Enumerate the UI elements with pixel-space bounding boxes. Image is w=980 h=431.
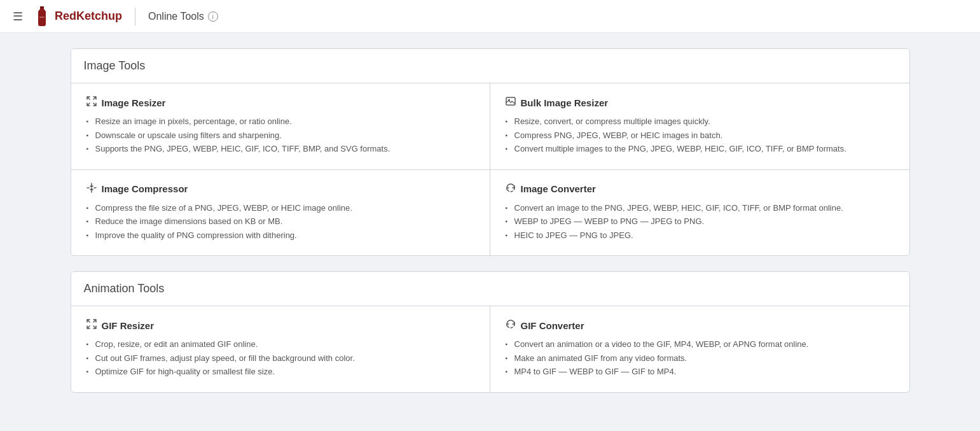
logo-link[interactable]: RedKetchup	[33, 5, 122, 28]
list-item: Resize an image in pixels, percentage, o…	[86, 115, 474, 128]
header: ☰ RedKetchup Online Tools i	[0, 0, 980, 33]
list-item: Downscale or upscale using filters and s…	[86, 129, 474, 142]
section-title-image-tools: Image Tools	[71, 49, 909, 83]
list-item: MP4 to GIF — WEBP to GIF — GIF to MP4.	[506, 365, 894, 378]
tool-name-gif-converter: GIF Converter	[521, 320, 584, 331]
list-item: Optimize GIF for high-quality or smalles…	[86, 365, 474, 378]
tool-bullets-image-converter: Convert an image to the PNG, JPEG, WEBP,…	[506, 202, 894, 242]
tool-bulk-image-resizer[interactable]: Bulk Image ResizerResize, convert, or co…	[490, 83, 909, 170]
section-title-animation-tools: Animation Tools	[71, 272, 909, 306]
tool-name-image-converter: Image Converter	[521, 183, 596, 194]
tool-bullets-gif-resizer: Crop, resize, or edit an animated GIF on…	[86, 338, 474, 378]
tool-bullets-image-compressor: Compress the file size of a PNG, JPEG, W…	[86, 202, 474, 242]
tool-title-gif-converter: GIF Converter	[506, 319, 894, 332]
list-item: Convert an image to the PNG, JPEG, WEBP,…	[506, 202, 894, 215]
tool-image-resizer[interactable]: Image ResizerResize an image in pixels, …	[71, 83, 490, 170]
list-item: Reduce the image dimensions based on KB …	[86, 215, 474, 228]
info-icon[interactable]: i	[208, 11, 218, 22]
main-content: Image Tools Image ResizerResize an image…	[45, 33, 935, 423]
list-item: Compress the file size of a PNG, JPEG, W…	[86, 202, 474, 215]
tool-name-gif-resizer: GIF Resizer	[102, 320, 155, 331]
resize-icon	[86, 319, 97, 332]
tool-image-converter[interactable]: Image ConverterConvert an image to the P…	[490, 170, 909, 256]
list-item: Improve the quality of PNG compression w…	[86, 229, 474, 242]
list-item: Supports the PNG, JPEG, WEBP, HEIC, GIF,…	[86, 143, 474, 155]
list-item: Convert multiple images to the PNG, JPEG…	[506, 143, 894, 155]
tool-name-image-resizer: Image Resizer	[102, 97, 166, 108]
tool-name-bulk-image-resizer: Bulk Image Resizer	[521, 97, 609, 108]
list-item: Make an animated GIF from any video form…	[506, 352, 894, 365]
image-icon	[506, 96, 516, 109]
tool-title-bulk-image-resizer: Bulk Image Resizer	[506, 96, 894, 109]
brand-name: RedKetchup	[55, 10, 122, 23]
tool-title-image-resizer: Image Resizer	[86, 96, 474, 109]
resize-icon	[86, 96, 97, 109]
menu-icon[interactable]: ☰	[10, 7, 25, 26]
tool-gif-resizer[interactable]: GIF ResizerCrop, resize, or edit an anim…	[71, 306, 490, 392]
svg-rect-0	[39, 17, 45, 18]
list-item: Convert an animation or a video to the G…	[506, 338, 894, 351]
tool-title-image-compressor: Image Compressor	[86, 183, 474, 195]
convert-icon	[506, 183, 516, 195]
list-item: Compress PNG, JPEG, WEBP, or HEIC images…	[506, 129, 894, 142]
list-item: Resize, convert, or compress multiple im…	[506, 115, 894, 128]
header-divider	[135, 8, 135, 25]
logo-bottle-icon	[33, 5, 51, 28]
list-item: WEBP to JPEG — WEBP to PNG — JPEG to PNG…	[506, 215, 894, 228]
section-animation-tools: Animation Tools GIF ResizerCrop, resize,…	[71, 271, 910, 393]
tools-grid-image-tools: Image ResizerResize an image in pixels, …	[71, 83, 909, 255]
section-image-tools: Image Tools Image ResizerResize an image…	[71, 48, 910, 256]
header-subtitle: Online Tools i	[148, 11, 218, 22]
compress-icon	[86, 183, 97, 195]
tool-gif-converter[interactable]: GIF ConverterConvert an animation or a v…	[490, 306, 909, 392]
tool-bullets-gif-converter: Convert an animation or a video to the G…	[506, 338, 894, 378]
list-item: Cut out GIF frames, adjust play speed, o…	[86, 352, 474, 365]
tool-bullets-bulk-image-resizer: Resize, convert, or compress multiple im…	[506, 115, 894, 155]
tool-name-image-compressor: Image Compressor	[102, 183, 188, 194]
tool-title-gif-resizer: GIF Resizer	[86, 319, 474, 332]
tool-title-image-converter: Image Converter	[506, 183, 894, 195]
list-item: HEIC to JPEG — PNG to JPEG.	[506, 229, 894, 242]
tool-image-compressor[interactable]: Image CompressorCompress the file size o…	[71, 170, 490, 256]
convert-icon	[506, 319, 516, 332]
tools-grid-animation-tools: GIF ResizerCrop, resize, or edit an anim…	[71, 306, 909, 392]
subtitle-text: Online Tools	[148, 11, 204, 22]
tool-bullets-image-resizer: Resize an image in pixels, percentage, o…	[86, 115, 474, 155]
list-item: Crop, resize, or edit an animated GIF on…	[86, 338, 474, 351]
